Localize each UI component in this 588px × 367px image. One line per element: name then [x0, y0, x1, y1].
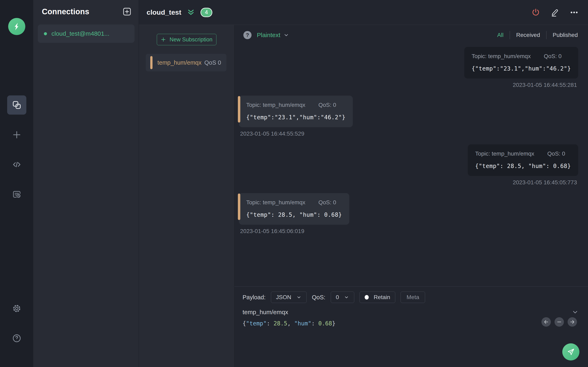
paper-plane-icon — [567, 348, 575, 356]
connection-title: cloud_test — [147, 8, 181, 16]
new-subscription-button[interactable]: New Subscription — [157, 34, 216, 45]
subscription-color-bar — [150, 56, 153, 69]
sidebar-nav — [7, 95, 26, 204]
connection-header: cloud_test 4 — [139, 0, 588, 25]
message-payload: {"temp":"23.1","hum":"46.2"} — [246, 114, 346, 121]
retain-toggle[interactable]: Retain — [360, 292, 395, 303]
subscription-count-badge[interactable]: 4 — [200, 8, 212, 17]
message-bubble[interactable]: Topic: temp_hum/emqx QoS: 0 {"temp":"23.… — [239, 96, 353, 127]
code-icon — [12, 160, 22, 169]
message-topic: Topic: temp_hum/emqx — [246, 199, 305, 206]
gear-icon — [12, 304, 21, 313]
connection-name: cloud_test@m4801... — [52, 30, 109, 37]
qos-select[interactable]: 0 — [331, 292, 355, 303]
retain-indicator-dot — [365, 295, 369, 300]
message-topic: Topic: temp_hum/emqx — [475, 150, 534, 157]
connections-header: Connections — [33, 0, 139, 21]
payload-help-icon[interactable]: ? — [243, 31, 251, 39]
publish-topic-row: temp_hum/emqx — [234, 303, 588, 316]
message-meta: Topic: temp_hum/emqx QoS: 0 — [472, 53, 571, 59]
payload-editor[interactable]: {"temp": 28.5, "hum": 0.68} — [234, 316, 588, 331]
sidebar-item-help[interactable] — [7, 329, 26, 348]
pencil-icon — [550, 8, 559, 17]
more-options-button[interactable] — [570, 8, 579, 17]
message-item-published: Topic: temp_hum/emqx QoS: 0 {"temp": 28.… — [468, 144, 578, 186]
plus-icon — [12, 130, 22, 140]
app-sidebar — [0, 0, 33, 367]
message-list[interactable]: Topic: temp_hum/emqx QoS: 0 {"temp":"23.… — [234, 41, 588, 286]
disconnect-button[interactable] — [531, 8, 540, 17]
payload-type-select[interactable]: JSON — [271, 292, 307, 303]
message-qos: QoS: 0 — [544, 53, 562, 59]
message-timestamp: 2023-01-05 16:45:05:773 — [512, 179, 579, 186]
collapse-panel-button[interactable] — [187, 8, 195, 17]
message-color-bar — [238, 193, 240, 220]
double-chevron-down-icon — [187, 8, 195, 17]
publish-controls: Payload: JSON QoS: 0 — [234, 287, 588, 303]
message-qos: QoS: 0 — [318, 102, 336, 108]
message-qos: QoS: 0 — [318, 199, 336, 206]
payload-token: 0.68 — [318, 320, 332, 327]
meta-button[interactable]: Meta — [401, 292, 425, 303]
history-prev-button[interactable] — [541, 317, 551, 327]
history-next-button[interactable] — [568, 317, 577, 327]
history-nav-buttons — [541, 317, 577, 327]
messages-toolbar: ? Plaintext All Received Published — [234, 25, 588, 41]
connections-title: Connections — [42, 7, 89, 16]
message-topic: Topic: temp_hum/emqx — [472, 53, 531, 59]
chevron-down-icon — [344, 295, 349, 300]
payload-token: , — [287, 320, 294, 327]
connection-status-dot — [44, 32, 47, 35]
arrow-right-icon — [570, 319, 575, 325]
connections-icon — [12, 100, 21, 110]
help-icon — [12, 334, 21, 343]
payload-format-value: Plaintext — [257, 32, 280, 39]
main-content: New Subscription temp_hum/emqx QoS 0 ? P… — [139, 25, 588, 367]
payload-token: 28.5 — [274, 320, 287, 327]
message-payload: {"temp": 28.5, "hum": 0.68} — [475, 163, 571, 169]
message-bubble[interactable]: Topic: temp_hum/emqx QoS: 0 {"temp": 28.… — [468, 144, 578, 176]
qos-label: QoS: — [312, 294, 325, 301]
payload-type-label: Payload: — [242, 294, 266, 301]
history-clear-button[interactable] — [554, 317, 564, 327]
chevron-down-icon — [283, 32, 289, 38]
tab-received[interactable]: Received — [510, 31, 546, 39]
payload-format-dropdown[interactable]: Plaintext — [257, 32, 289, 39]
qos-value: 0 — [336, 294, 339, 300]
minus-icon — [557, 319, 562, 325]
payload-type-value: JSON — [276, 294, 291, 300]
message-qos: QoS: 0 — [547, 150, 565, 157]
sidebar-item-log[interactable] — [7, 185, 26, 204]
new-connection-button[interactable] — [122, 7, 132, 16]
log-icon — [12, 190, 21, 199]
message-filter-tabs: All Received Published — [491, 31, 579, 39]
edit-connection-button[interactable] — [550, 8, 559, 17]
payload-token: "temp" — [246, 320, 267, 327]
arrow-left-icon — [544, 319, 549, 325]
chevron-down-icon — [296, 295, 302, 300]
subscription-topic: temp_hum/emqx — [157, 59, 204, 66]
tab-all[interactable]: All — [491, 31, 510, 39]
message-bubble[interactable]: Topic: temp_hum/emqx QoS: 0 {"temp": 28.… — [239, 193, 349, 225]
publish-panel: Payload: JSON QoS: 0 — [234, 286, 588, 367]
message-bubble[interactable]: Topic: temp_hum/emqx QoS: 0 {"temp":"23.… — [464, 47, 578, 78]
message-payload: {"temp":"23.1","hum":"46.2"} — [472, 65, 571, 72]
message-timestamp: 2023-01-05 16:44:55:529 — [239, 131, 306, 137]
sidebar-item-script[interactable] — [7, 155, 26, 174]
payload-token: : — [311, 320, 318, 327]
message-item-received: Topic: temp_hum/emqx QoS: 0 {"temp":"23.… — [239, 96, 353, 137]
topic-input[interactable]: temp_hum/emqx — [242, 309, 288, 316]
collapse-editor-button[interactable] — [572, 309, 579, 316]
message-timestamp: 2023-01-05 16:44:55:281 — [512, 82, 579, 88]
subscription-item[interactable]: temp_hum/emqx QoS 0 — [146, 54, 226, 71]
send-button[interactable] — [562, 343, 579, 360]
tab-published[interactable]: Published — [546, 31, 579, 39]
plus-square-icon — [122, 7, 132, 16]
sidebar-item-new-connection[interactable] — [7, 125, 26, 144]
sidebar-item-settings[interactable] — [7, 299, 26, 318]
sidebar-item-connections[interactable] — [7, 95, 26, 115]
message-meta: Topic: temp_hum/emqx QoS: 0 — [475, 150, 571, 157]
connection-list-item[interactable]: cloud_test@m4801... — [38, 25, 135, 43]
message-item-received: Topic: temp_hum/emqx QoS: 0 {"temp": 28.… — [239, 193, 349, 234]
main-panel: cloud_test 4 — [139, 0, 588, 367]
